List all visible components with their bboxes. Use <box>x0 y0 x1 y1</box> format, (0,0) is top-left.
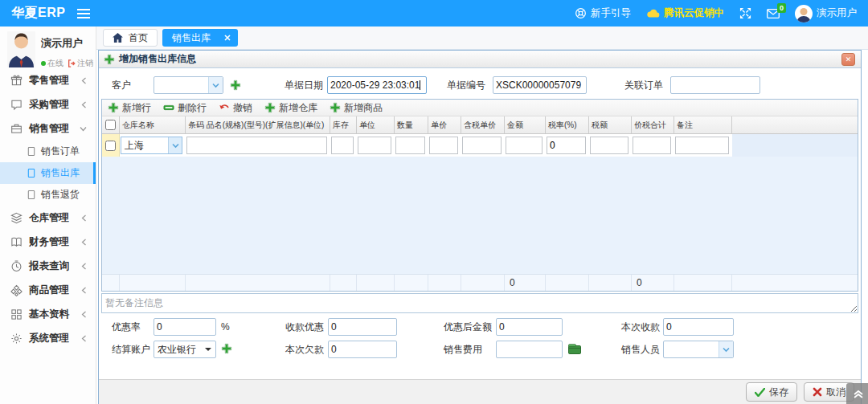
percent-suffix: % <box>221 318 230 336</box>
field-input[interactable]: 0 <box>154 318 216 336</box>
footer-cell: 0 <box>632 275 674 291</box>
tab-bar: 首页 销售出库 <box>96 27 868 50</box>
row-checkbox[interactable] <box>105 141 116 151</box>
sidebar-subitem-2-2[interactable]: 销售退货 <box>0 184 96 206</box>
sidebar-item-1[interactable]: 采购管理 <box>0 92 96 116</box>
avatar <box>795 5 813 22</box>
minus-icon <box>163 102 174 113</box>
app-logo: 华夏ERP <box>11 5 65 22</box>
column-header: 仓库名称 <box>120 116 186 133</box>
sidebar-user-card: 演示用户 在线 注销 <box>0 27 96 68</box>
grid-cell-input[interactable] <box>506 137 542 154</box>
tab-sales-outbound[interactable]: 销售出库 <box>162 29 238 47</box>
logout-icon[interactable] <box>68 59 76 67</box>
linked-order-input[interactable] <box>670 76 760 94</box>
add-account-button[interactable] <box>221 343 233 355</box>
toolbar-button-3[interactable]: 新增仓库 <box>264 101 317 115</box>
warehouse-combobox[interactable]: 上海 <box>121 137 182 154</box>
tab-home[interactable]: 首页 <box>103 29 158 47</box>
messages-icon[interactable]: 0 <box>767 9 780 18</box>
field-input[interactable]: 0 <box>328 318 397 336</box>
toolbar-button-0[interactable]: 新增行 <box>108 101 151 115</box>
add-customer-button[interactable] <box>230 80 242 92</box>
bill-date-input[interactable]: 2020-05-29 23:03:01 <box>327 76 427 94</box>
back-to-top-button[interactable] <box>846 383 868 404</box>
chevron-down-icon[interactable] <box>719 341 733 357</box>
sidebar-item-2[interactable]: 销售管理 <box>0 116 96 141</box>
select-all-checkbox[interactable] <box>105 120 116 130</box>
plus-icon <box>108 102 119 113</box>
field-input[interactable]: 0 <box>496 318 563 336</box>
layers-icon <box>10 212 23 224</box>
grid-toolbar: 新增行删除行撤销新增仓库新增商品 <box>102 100 858 116</box>
grid-cell-input[interactable] <box>633 137 671 154</box>
grid-cell-input[interactable] <box>462 137 502 154</box>
chevron-left-icon <box>81 311 87 318</box>
grid-cell-input[interactable] <box>331 137 354 154</box>
goods-icon <box>10 284 23 296</box>
chevron-left-icon <box>81 239 87 246</box>
sidebar-item-0[interactable]: 零售管理 <box>0 68 96 92</box>
sidebar-subitem-label: 销售退货 <box>41 188 80 202</box>
sidebar-item-3[interactable]: 仓库管理 <box>0 206 96 230</box>
salesperson-combobox[interactable] <box>663 341 734 358</box>
money-icon[interactable] <box>568 344 581 354</box>
items-grid: 新增行删除行撤销新增仓库新增商品 仓库名称条码 品名(规格)(型号)(扩展信息)… <box>101 99 858 292</box>
customer-combobox[interactable] <box>154 76 223 94</box>
document-icon <box>27 146 36 157</box>
menu-toggle-icon[interactable] <box>77 9 90 18</box>
sidebar-subitem-label: 销售出库 <box>41 166 80 180</box>
grid-cell-input[interactable] <box>590 137 628 154</box>
sidebar-item-label: 零售管理 <box>29 74 69 88</box>
sidebar-subitem-label: 销售订单 <box>41 145 80 158</box>
sidebar-item-4[interactable]: 财务管理 <box>0 230 96 254</box>
grid-cell-input[interactable] <box>429 137 458 154</box>
toolbar-button-4[interactable]: 新增商品 <box>330 101 383 115</box>
grid-cell-input[interactable] <box>186 137 327 154</box>
footer-cell <box>102 275 120 291</box>
guide-link[interactable]: 新手引导 <box>575 6 631 20</box>
sidebar-item-8[interactable]: 系统管理 <box>0 326 96 350</box>
guide-icon <box>575 7 587 19</box>
topbar: 华夏ERP 新手引导 腾讯云促销中 0 演示用户 <box>0 0 868 27</box>
promo-link[interactable]: 腾讯云促销中 <box>646 6 724 20</box>
footer-cell: 0 <box>505 275 546 291</box>
footer-cell <box>428 275 461 291</box>
bill-number-input[interactable]: XSCK00000057079 <box>493 76 587 94</box>
field-input[interactable]: 0 <box>328 341 397 358</box>
column-header: 单价 <box>428 116 461 133</box>
column-header: 备注 <box>674 116 732 133</box>
chevron-down-icon[interactable] <box>208 77 223 93</box>
user-menu[interactable]: 演示用户 <box>795 5 857 22</box>
sidebar-item-7[interactable]: 基本资料 <box>0 302 96 326</box>
check-icon <box>755 388 765 397</box>
home-icon <box>113 33 123 43</box>
fullscreen-icon[interactable] <box>739 7 751 19</box>
grid-cell-input[interactable] <box>675 137 729 154</box>
grid-cell-input[interactable] <box>395 137 425 154</box>
chevron-down-icon[interactable] <box>168 137 182 153</box>
close-tab-icon[interactable] <box>224 35 231 41</box>
account-select[interactable]: 农业银行 <box>154 341 216 358</box>
gift-icon <box>10 75 23 87</box>
grid-cell-input[interactable] <box>547 137 586 154</box>
grid-cell-input[interactable] <box>358 137 391 154</box>
toolbar-button-1[interactable]: 删除行 <box>163 101 207 115</box>
sidebar-subitem-2-1[interactable]: 销售出库 <box>0 162 96 184</box>
sidebar-item-5[interactable]: 报表查询 <box>0 254 96 278</box>
sidebar-item-label: 销售管理 <box>29 122 69 136</box>
field-input[interactable] <box>496 341 563 358</box>
sidebar-subitem-2-0[interactable]: 销售订单 <box>0 141 96 162</box>
clock-icon <box>10 260 23 272</box>
field-input[interactable]: 0 <box>663 318 734 336</box>
dialog-close-button[interactable]: ✕ <box>841 53 855 66</box>
undo-icon <box>219 102 230 113</box>
footer-cell <box>674 275 732 291</box>
online-dot-icon <box>41 61 46 66</box>
remark-textarea[interactable] <box>101 293 858 313</box>
sidebar-item-6[interactable]: 商品管理 <box>0 278 96 302</box>
logout-label[interactable]: 注销 <box>77 58 93 69</box>
add-icon <box>104 54 115 65</box>
save-button[interactable]: 保存 <box>746 382 797 402</box>
toolbar-button-2[interactable]: 撤销 <box>219 101 252 115</box>
